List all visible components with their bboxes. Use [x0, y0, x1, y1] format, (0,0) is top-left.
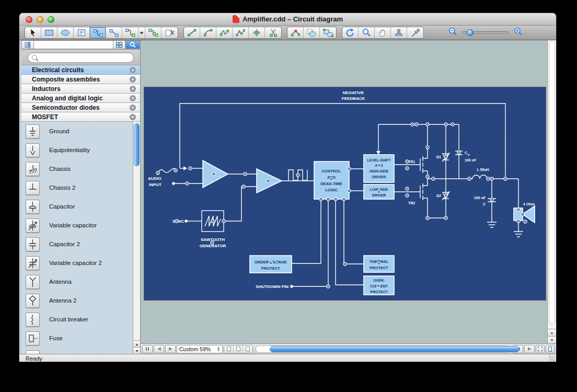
disconnect-tool-button[interactable]: [161, 27, 178, 38]
divide-tool-button[interactable]: [249, 27, 265, 38]
zoom-tool-button[interactable]: [359, 27, 375, 38]
library-item-analog-digital-logic[interactable]: Analog and digital logic×: [21, 94, 140, 103]
shape-icon: [26, 350, 40, 354]
reshape-tool-button[interactable]: [287, 27, 304, 38]
rectangle-tool-button[interactable]: [41, 27, 57, 38]
fit-to-window-button[interactable]: [536, 345, 545, 353]
shape-item-equipotentiality[interactable]: Equipotentiality: [21, 141, 133, 159]
line-tool-button[interactable]: [184, 27, 200, 38]
close-library-icon[interactable]: ×: [130, 76, 136, 83]
ellipse-tool-button[interactable]: [57, 27, 74, 38]
shape-item-antenna[interactable]: Antenna: [21, 272, 133, 291]
shape-item-circuit-breaker[interactable]: Circuit breaker: [21, 310, 133, 329]
group-tool-button[interactable]: [320, 27, 336, 38]
zoom-in-icon[interactable]: [513, 27, 523, 39]
wire[interactable]: [349, 169, 364, 191]
crop-tool-button[interactable]: [304, 27, 320, 38]
zoom-slider[interactable]: [462, 31, 509, 34]
shape-item-chassis[interactable]: Chassis: [21, 159, 133, 178]
diode-d1[interactable]: [442, 124, 449, 179]
minimize-window-button[interactable]: [37, 16, 43, 23]
horizontal-scrollbar[interactable]: [256, 345, 510, 353]
search-field[interactable]: [28, 52, 134, 63]
rotate-tool-button[interactable]: [342, 27, 359, 38]
shape-item-capacitor-2[interactable]: Capacitor 2: [21, 235, 133, 253]
wire[interactable]: [336, 199, 364, 285]
connector-dropdown-arrow-icon[interactable]: [139, 27, 145, 38]
shape-item-capacitor[interactable]: Capacitor: [21, 197, 133, 216]
vertical-scrollbar[interactable]: ▲ ▼: [547, 40, 556, 343]
close-library-icon[interactable]: ×: [130, 67, 136, 73]
direct-connector-tool-button[interactable]: [106, 27, 122, 38]
actual-size-button[interactable]: [546, 345, 555, 353]
shape-item-antenna-2[interactable]: Antenna 2: [21, 291, 133, 310]
shutdown-pin-wire[interactable]: [290, 199, 328, 288]
page-view-3-button[interactable]: [243, 345, 252, 353]
page-view-1-button[interactable]: [224, 345, 234, 353]
polyline-tool-button[interactable]: [233, 27, 249, 38]
zoom-window-button[interactable]: [48, 16, 54, 23]
output-filter[interactable]: [428, 175, 518, 227]
library-item-inductors[interactable]: Inductors×: [21, 84, 140, 94]
wire[interactable]: [292, 199, 321, 263]
close-library-icon[interactable]: ×: [130, 105, 136, 111]
zoom-level-field[interactable]: Custom 59% ▲▼: [177, 345, 223, 353]
tree-view-button[interactable]: [21, 40, 34, 49]
library-item-composite-assemblies[interactable]: Composite assemblies×: [21, 75, 140, 84]
previous-page-button[interactable]: [154, 345, 164, 353]
smart-connector-tool-button[interactable]: [122, 27, 139, 38]
search-view-button[interactable]: [125, 40, 140, 49]
next-page-button[interactable]: [165, 345, 176, 353]
pan-hand-tool-button[interactable]: [375, 27, 391, 38]
scroll-right-icon[interactable]: [524, 345, 535, 353]
page-view-2-button[interactable]: [234, 345, 243, 353]
scroll-up-icon[interactable]: ▲: [548, 329, 556, 336]
scissors-tool-button[interactable]: [265, 27, 281, 38]
scroll-up-icon[interactable]: ▲: [133, 340, 140, 347]
sidebar-scrollbar[interactable]: ▲ ▼: [133, 122, 140, 354]
audio-input-source[interactable]: [158, 169, 203, 185]
drawing-canvas[interactable]: NEGATIVE FEEDBACK AUDIO INPUT: [141, 40, 556, 343]
mosfet-tr2[interactable]: [394, 179, 446, 218]
stamp-tool-button[interactable]: [391, 27, 407, 38]
resize-grip[interactable]: [549, 355, 555, 362]
library-item-electrical-circuits[interactable]: Electrical circuits×: [21, 65, 140, 75]
shape-item-chassis-2[interactable]: Chassis 2: [21, 178, 133, 197]
text-tool-button[interactable]: [74, 27, 90, 38]
shape-item-ground[interactable]: Ground: [21, 122, 133, 141]
wire[interactable]: [344, 199, 364, 264]
search-input[interactable]: [39, 54, 130, 61]
arc-tool-button[interactable]: [200, 27, 216, 38]
library-item-semiconductor-diodes[interactable]: Semiconductor diodes×: [21, 103, 140, 112]
close-library-icon[interactable]: ×: [130, 86, 136, 92]
circuit-diagram[interactable]: NEGATIVE FEEDBACK AUDIO INPUT: [144, 87, 546, 300]
scroll-down-icon[interactable]: ▼: [548, 336, 556, 343]
shape-item-fuse[interactable]: Fuse: [21, 329, 133, 348]
diode-d2[interactable]: [442, 179, 449, 218]
library-item-mosfet[interactable]: MOSFET×: [21, 112, 140, 122]
curve-tool-button[interactable]: [216, 27, 233, 38]
shape-item-variable-capacitor-2[interactable]: Variable capacitor 2: [21, 253, 133, 272]
sawtooth-generator[interactable]: [184, 187, 257, 232]
mosfet-tr1[interactable]: [394, 124, 428, 179]
shape-item-partial[interactable]: [21, 348, 133, 354]
title-bar[interactable]: Amplifier.cdd – Circuit diagram: [19, 13, 556, 26]
diagram-page[interactable]: NEGATIVE FEEDBACK AUDIO INPUT: [144, 87, 546, 300]
horizontal-scrollbar-thumb[interactable]: [270, 346, 520, 352]
zoom-out-icon[interactable]: [448, 27, 458, 39]
zoom-stepper[interactable]: ▲▼: [217, 347, 220, 351]
scroll-down-icon[interactable]: ▼: [133, 347, 140, 354]
pointer-tool-button[interactable]: [25, 27, 41, 38]
close-window-button[interactable]: [26, 16, 32, 23]
sidebar-scrollbar-thumb[interactable]: [134, 123, 140, 166]
splitter-toggle-button[interactable]: [142, 345, 153, 353]
close-library-icon[interactable]: ×: [130, 95, 136, 101]
grid-view-button[interactable]: [113, 40, 125, 49]
tree-connector-tool-button[interactable]: [145, 27, 161, 38]
close-library-icon[interactable]: ×: [130, 114, 136, 120]
elbow-connector-tool-button[interactable]: [90, 27, 106, 38]
zoom-slider-knob[interactable]: [467, 29, 474, 36]
shape-item-variable-capacitor[interactable]: Variable capacitor: [21, 216, 133, 235]
eyedropper-tool-button[interactable]: [407, 27, 423, 38]
vertical-scrollbar-thumb[interactable]: [549, 41, 555, 324]
